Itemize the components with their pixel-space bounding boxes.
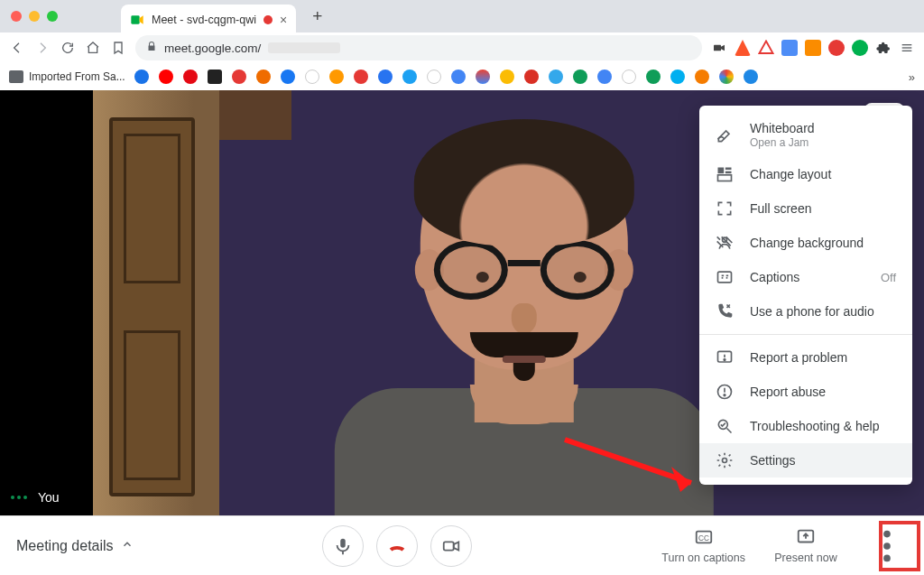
menu-troubleshoot[interactable]: Troubleshooting & help [699, 409, 912, 443]
layout-icon [716, 165, 734, 183]
svg-marker-4 [760, 42, 773, 54]
bookmark-icon[interactable] [427, 70, 441, 84]
bookmark-icon[interactable] [281, 70, 295, 84]
menu-settings[interactable]: Settings [699, 443, 912, 478]
menu-report-abuse[interactable]: Report abuse [699, 375, 912, 409]
more-options-button[interactable] [866, 525, 908, 567]
troubleshoot-icon [716, 417, 734, 435]
menu-change-background[interactable]: Change background [699, 226, 912, 260]
ext-icon[interactable] [828, 40, 845, 56]
leave-call-button[interactable] [376, 525, 418, 567]
menu-captions[interactable]: Captions Off [699, 260, 912, 294]
present-now-button[interactable]: Present now [765, 527, 846, 564]
bookmark-icon[interactable] [597, 70, 612, 84]
captions-state: Off [881, 271, 896, 284]
url-text: meet.google.com/ [164, 42, 261, 55]
browser-tab[interactable]: Meet - svd-cqgm-qwi × [121, 5, 296, 35]
captions-icon [716, 268, 734, 286]
nav-home-icon[interactable] [85, 40, 101, 56]
bookmark-icon[interactable] [159, 70, 173, 84]
bookmark-icon[interactable] [646, 70, 661, 84]
svg-rect-9 [718, 168, 725, 174]
folder-icon [9, 70, 23, 83]
menu-label: Change background [750, 236, 896, 250]
svg-line-22 [727, 429, 732, 433]
bookmark-icon[interactable] [500, 70, 514, 84]
bookmark-icon[interactable] [134, 70, 149, 84]
lock-icon [146, 41, 157, 55]
nav-reload-icon[interactable] [60, 40, 76, 56]
svg-rect-2 [714, 45, 721, 51]
window-min-dot[interactable] [29, 11, 40, 22]
window-close-dot[interactable] [11, 11, 22, 22]
browser-menu-icon[interactable] [899, 40, 915, 56]
turn-on-captions-button[interactable]: CC Turn on captions [661, 527, 745, 564]
bookmark-icon[interactable] [451, 70, 466, 84]
bookmark-folder[interactable]: Imported From Sa... [9, 70, 125, 83]
menu-report-problem[interactable]: Report a problem [699, 340, 912, 375]
menu-whiteboard[interactable]: Whiteboard Open a Jam [699, 113, 912, 157]
tab-close-icon[interactable]: × [280, 13, 287, 27]
menu-full-screen[interactable]: Full screen [699, 191, 912, 226]
menu-label: Troubleshooting & help [750, 419, 896, 433]
window-max-dot[interactable] [47, 11, 58, 22]
svg-marker-3 [721, 45, 725, 51]
bookmark-icon[interactable] [329, 70, 344, 84]
bookmark-icon[interactable] [719, 70, 734, 84]
svg-text:CC: CC [698, 534, 709, 543]
svg-marker-1 [140, 15, 143, 23]
nav-bookmark-icon[interactable] [110, 40, 126, 56]
feedback-icon [716, 348, 734, 366]
phone-audio-icon [716, 302, 734, 320]
address-bar[interactable]: meet.google.com/ [135, 35, 702, 60]
extensions-icon[interactable] [875, 40, 892, 56]
bookmark-icon[interactable] [402, 70, 417, 84]
ext-icon[interactable] [852, 40, 868, 56]
report-abuse-icon [716, 383, 734, 401]
bookmark-icon[interactable] [208, 70, 222, 84]
bookmark-icon[interactable] [573, 70, 587, 84]
bookmark-icon[interactable] [354, 70, 368, 84]
camera-ext-icon[interactable] [711, 40, 727, 56]
bookmark-folder-label: Imported From Sa... [29, 70, 125, 83]
bookmark-icon[interactable] [378, 70, 393, 84]
mic-toggle-button[interactable] [322, 525, 364, 567]
meeting-details-label: Meeting details [16, 538, 114, 554]
nav-back-icon[interactable] [9, 40, 25, 56]
bookmark-icon[interactable] [524, 70, 539, 84]
ext-icon[interactable] [805, 40, 821, 56]
bookmark-icon[interactable] [670, 70, 685, 84]
menu-label: Report a problem [750, 350, 896, 365]
bookmark-icon[interactable] [549, 70, 563, 84]
ext-icon[interactable] [781, 40, 798, 56]
menu-label: Full screen [750, 201, 896, 216]
whiteboard-icon [716, 126, 734, 144]
svg-rect-11 [725, 172, 732, 174]
settings-icon [716, 451, 734, 469]
self-name-label: You [38, 490, 60, 505]
menu-change-layout[interactable]: Change layout [699, 157, 912, 191]
bookmark-icon[interactable] [744, 70, 758, 84]
svg-rect-10 [725, 168, 732, 171]
menu-label: Settings [750, 453, 896, 468]
brave-ext-icon[interactable] [735, 40, 751, 56]
bookmarks-overflow-icon[interactable]: » [909, 70, 915, 84]
bookmark-icon[interactable] [305, 70, 319, 84]
camera-toggle-button[interactable] [430, 525, 472, 567]
meeting-details-button[interactable]: Meeting details [16, 538, 134, 554]
bookmark-icon[interactable] [232, 70, 246, 84]
bookmark-icon[interactable] [476, 70, 490, 84]
ext-icon[interactable] [758, 40, 774, 56]
bookmark-icon[interactable] [256, 70, 271, 84]
bookmark-icon[interactable] [622, 70, 636, 84]
present-label: Present now [774, 552, 836, 564]
bookmark-icon[interactable] [183, 70, 198, 84]
menu-label: Captions [750, 270, 864, 284]
self-options-icon[interactable] [11, 496, 27, 499]
menu-label: Report abuse [750, 385, 896, 399]
more-options-menu: Whiteboard Open a Jam Change layout Full… [699, 106, 912, 485]
bookmark-icon[interactable] [695, 70, 709, 84]
menu-phone-audio[interactable]: Use a phone for audio [699, 294, 912, 329]
recording-indicator-icon [263, 15, 273, 24]
new-tab-button[interactable]: + [312, 6, 322, 26]
